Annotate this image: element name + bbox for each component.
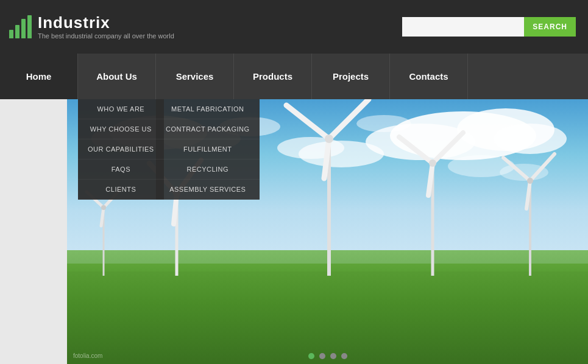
svg-point-22 [325,135,333,143]
svg-line-24 [433,133,463,163]
about-dropdown-item-5[interactable]: CLIENTS [78,180,164,200]
services-dropdown-item-1[interactable]: METAL FABRICATION [156,99,260,119]
svg-point-37 [101,205,106,210]
watermark: fotolia.com [73,352,102,359]
nav-item-about[interactable]: About Us [78,54,156,99]
logo-subtitle: The best industrial company all over the… [38,32,174,40]
search-area: SEARCH [402,17,576,37]
about-dropdown-item-1[interactable]: WHO WE ARE [78,99,164,119]
about-dropdown: WHO WE ARE WHY CHOOSE US OUR CAPABILITIE… [78,99,164,200]
slider-dots [308,353,347,359]
nav-item-products[interactable]: Products [234,54,312,99]
nav-item-services[interactable]: Services [156,54,234,99]
svg-line-19 [329,99,369,139]
about-dropdown-item-3[interactable]: OUR CAPABILITIES [78,139,164,159]
left-margin [0,99,67,364]
services-dropdown-item-2[interactable]: CONTRACT PACKAGING [156,119,260,139]
services-dropdown-item-4[interactable]: RECYCLING [156,159,260,180]
services-dropdown-item-3[interactable]: FULFILLMENT [156,139,260,159]
search-button[interactable]: SEARCH [524,17,576,37]
about-dropdown-item-2[interactable]: WHY CHOOSE US [78,119,164,139]
services-dropdown-item-5[interactable]: ASSEMBLY SERVICES [156,180,260,200]
logo-area: Industrix The best industrial company al… [9,15,174,40]
logo-bar-2 [15,25,19,38]
nav-wrapper: Home About Us Services Products Projects… [0,54,588,99]
logo-bar-4 [27,15,32,38]
slider-dot-2[interactable] [319,353,325,359]
header: Industrix The best industrial company al… [0,0,588,54]
svg-line-29 [530,154,554,181]
logo-title: Industrix [38,15,174,30]
logo-icon [9,15,32,38]
svg-point-27 [429,159,436,167]
slider-dot-1[interactable] [308,353,314,359]
svg-point-32 [527,178,533,184]
nav: Home About Us Services Products Projects… [0,54,588,99]
nav-item-home[interactable]: Home [0,54,78,99]
nav-item-projects[interactable]: Projects [312,54,390,99]
svg-line-20 [286,105,329,139]
slider-dot-3[interactable] [330,353,336,359]
nav-item-contacts[interactable]: Contacts [390,54,468,99]
about-dropdown-item-4[interactable]: FAQS [78,159,164,180]
logo-bar-3 [21,19,26,38]
slider-dot-4[interactable] [341,353,347,359]
search-input[interactable] [402,17,524,37]
services-dropdown: METAL FABRICATION CONTRACT PACKAGING FUL… [156,99,260,200]
svg-line-25 [399,137,433,163]
logo-text: Industrix The best industrial company al… [38,15,174,40]
svg-line-30 [503,158,530,181]
logo-bar-1 [9,30,13,38]
